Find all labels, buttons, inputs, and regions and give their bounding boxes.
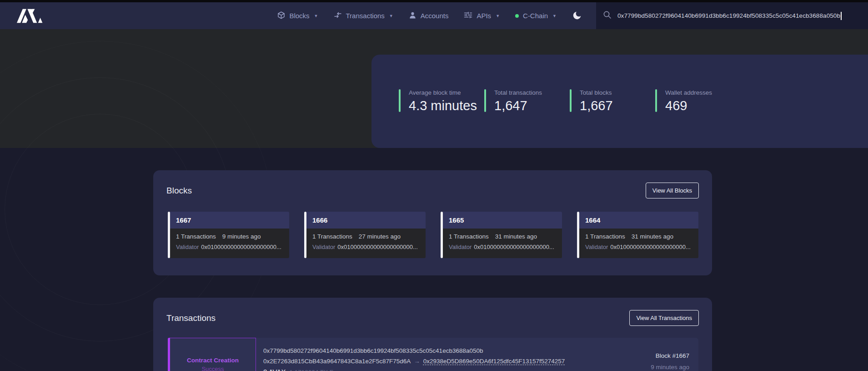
stat-total-blocks: Total blocks 1,667 xyxy=(570,89,655,113)
block-tx-count: 1 Transactions xyxy=(585,233,625,240)
transaction-status-badge: Success xyxy=(201,366,224,371)
transaction-meta: Block #1667 9 minutes ago xyxy=(651,338,698,371)
from-address[interactable]: 0x2E7263d815CbB43a9647843C8a1e2F5c87F75d… xyxy=(263,358,411,365)
block-tx-count: 1 Transactions xyxy=(312,233,352,240)
validator-address[interactable]: 0x010000000000000000000... xyxy=(610,244,690,250)
arrow-right-icon: → xyxy=(414,358,420,365)
search-input[interactable]: 0x7799bd580272f9604140b6991d3bb6c19924bf… xyxy=(596,2,868,29)
nav-menu: Blocks ▼ Transactions ▼ Accounts xyxy=(277,10,590,22)
block-age: 9 minutes ago xyxy=(222,233,261,240)
transaction-row[interactable]: Contract Creation Success 0x7799bd580272… xyxy=(168,338,698,371)
transaction-detail: 0x7799bd580272f9604140b6991d3bb6c19924bf… xyxy=(256,338,565,371)
block-age: 31 minutes ago xyxy=(495,233,537,240)
nav-label-apis: APIs xyxy=(477,12,491,20)
window-top-edge xyxy=(0,0,868,2)
validator-label: Validator xyxy=(585,244,608,250)
chevron-down-icon: ▼ xyxy=(389,14,393,18)
stat-value: 4.3 minutes xyxy=(409,98,477,113)
validator-label: Validator xyxy=(176,244,199,250)
transactions-section: Transactions View All Transactions Contr… xyxy=(153,298,712,371)
chevron-down-icon: ▼ xyxy=(496,14,500,18)
transaction-fee: 1.1718604 TX Fee xyxy=(289,369,340,371)
transaction-age: 9 minutes ago xyxy=(651,364,689,371)
moon-icon xyxy=(572,10,582,22)
nav-label-transactions: Transactions xyxy=(346,12,385,20)
blocks-section-title: Blocks xyxy=(166,186,192,196)
search-value: 0x7799bd580272f9604140b6991d3bb6c19924bf… xyxy=(617,12,840,19)
view-all-transactions-button[interactable]: View All Transactions xyxy=(629,310,699,326)
validator-label: Validator xyxy=(312,244,335,250)
blocks-section-header: Blocks View All Blocks xyxy=(153,170,712,198)
transaction-route: 0x2E7263d815CbB43a9647843C8a1e2F5c87F75d… xyxy=(263,358,565,365)
block-card[interactable]: 1664 1 Transactions31 minutes ago Valida… xyxy=(577,212,698,258)
chevron-down-icon: ▼ xyxy=(552,14,557,18)
stat-label: Total transactions xyxy=(494,89,542,96)
transaction-type: Contract Creation xyxy=(187,357,239,364)
stat-value: 1,647 xyxy=(494,98,542,113)
stat-average-block-time: Average block time 4.3 minutes xyxy=(399,89,484,113)
validator-address[interactable]: 0x010000000000000000000... xyxy=(337,244,417,250)
transactions-section-header: Transactions View All Transactions xyxy=(153,298,712,326)
stat-label: Average block time xyxy=(409,89,477,96)
transaction-amount-line: 0 AVAX1.1718604 TX Fee xyxy=(263,368,565,371)
stat-total-transactions: Total transactions 1,647 xyxy=(484,89,570,113)
block-tx-count: 1 Transactions xyxy=(449,233,489,240)
text-cursor xyxy=(841,12,842,20)
transaction-block-link[interactable]: Block #1667 xyxy=(651,352,689,360)
block-card[interactable]: 1665 1 Transactions31 minutes ago Valida… xyxy=(441,212,562,258)
block-tx-count: 1 Transactions xyxy=(176,233,216,240)
stat-value: 469 xyxy=(665,98,712,113)
dark-mode-toggle[interactable] xyxy=(572,10,582,22)
network-stats-panel: Average block time 4.3 minutes Total tra… xyxy=(371,55,868,148)
stat-value: 1,667 xyxy=(580,98,613,113)
navbar: Blocks ▼ Transactions ▼ Accounts xyxy=(0,2,868,29)
nav-label-blocks: Blocks xyxy=(289,12,309,20)
avalanche-logo[interactable] xyxy=(17,7,43,25)
block-number[interactable]: 1665 xyxy=(443,212,562,229)
blocks-section: Blocks View All Blocks 1667 1 Transactio… xyxy=(153,170,712,275)
sliders-icon xyxy=(464,11,472,20)
transaction-hash[interactable]: 0x7799bd580272f9604140b6991d3bb6c19924bf… xyxy=(263,347,565,355)
chevron-down-icon: ▼ xyxy=(314,14,318,18)
nav-label-chain: C-Chain xyxy=(523,12,548,20)
view-all-blocks-button[interactable]: View All Blocks xyxy=(646,183,699,198)
nav-item-chain-selector[interactable]: C-Chain ▼ xyxy=(515,12,557,20)
block-number[interactable]: 1664 xyxy=(579,212,698,229)
validator-label: Validator xyxy=(449,244,472,250)
block-number[interactable]: 1667 xyxy=(170,212,289,229)
nav-item-transactions[interactable]: Transactions ▼ xyxy=(334,11,393,20)
nav-label-accounts: Accounts xyxy=(421,12,449,20)
block-card-body: 1 Transactions27 minutes ago Validator0x… xyxy=(306,229,426,258)
validator-address[interactable]: 0x010000000000000000000... xyxy=(201,244,281,250)
stat-label: Wallet addresses xyxy=(665,89,712,96)
block-card[interactable]: 1667 1 Transactions9 minutes ago Validat… xyxy=(168,212,289,258)
validator-address[interactable]: 0x010000000000000000000... xyxy=(474,244,554,250)
stat-label: Total blocks xyxy=(580,89,613,96)
stat-accent-bar xyxy=(655,89,657,112)
nav-item-blocks[interactable]: Blocks ▼ xyxy=(277,11,318,20)
block-card-body: 1 Transactions31 minutes ago Validator0x… xyxy=(443,229,562,258)
swap-arrows-icon xyxy=(334,11,342,20)
stat-accent-bar xyxy=(570,89,572,112)
block-number[interactable]: 1666 xyxy=(306,212,426,229)
stat-accent-bar xyxy=(484,89,486,112)
block-cards-row: 1667 1 Transactions9 minutes ago Validat… xyxy=(168,212,698,258)
block-age: 27 minutes ago xyxy=(359,233,401,240)
block-card[interactable]: 1666 1 Transactions27 minutes ago Valida… xyxy=(304,212,426,258)
chain-status-dot xyxy=(515,14,519,18)
stat-accent-bar xyxy=(399,89,401,112)
transactions-section-title: Transactions xyxy=(166,313,216,323)
transaction-type-cell: Contract Creation Success xyxy=(170,338,256,371)
nav-item-apis[interactable]: APIs ▼ xyxy=(464,11,500,20)
search-icon xyxy=(603,10,612,21)
to-address-link[interactable]: 0x2938eD5D869e50DA6f125dfc45F13157f52742… xyxy=(423,358,565,365)
person-icon xyxy=(409,11,416,20)
stat-wallet-addresses: Wallet addresses 469 xyxy=(655,89,741,113)
block-age: 31 minutes ago xyxy=(632,233,673,240)
cube-icon xyxy=(277,11,285,20)
nav-item-accounts[interactable]: Accounts xyxy=(409,11,449,20)
block-card-body: 1 Transactions9 minutes ago Validator0x0… xyxy=(170,229,289,258)
block-card-body: 1 Transactions31 minutes ago Validator0x… xyxy=(579,229,698,258)
transaction-amount: 0 AVAX xyxy=(263,368,286,371)
